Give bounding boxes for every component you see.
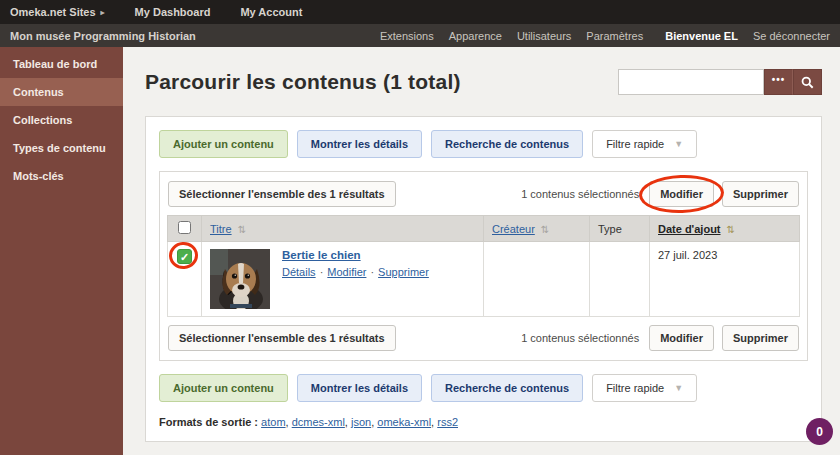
page-title: Parcourir les contenus (1 total) bbox=[145, 70, 461, 94]
sort-icon[interactable]: ⇅ bbox=[541, 224, 549, 235]
nav-utilisateurs[interactable]: Utilisateurs bbox=[517, 30, 571, 42]
welcome-user: Bienvenue EL bbox=[665, 30, 738, 42]
item-details-link[interactable]: Détails bbox=[282, 266, 316, 278]
add-item-button[interactable]: Ajouter un contenu bbox=[159, 374, 288, 402]
notification-badge[interactable]: 0 bbox=[806, 418, 833, 445]
action-buttons-top: Ajouter un contenu Montrer les détails R… bbox=[159, 130, 808, 158]
dot-separator: · bbox=[370, 266, 374, 278]
batch-bar-bottom: Sélectionner l'ensemble des 1 résultats … bbox=[167, 322, 800, 354]
caret-down-icon: ▼ bbox=[674, 139, 683, 149]
batch-delete-button[interactable]: Supprimer bbox=[722, 325, 799, 351]
sidebar-item-contenus[interactable]: Contenus bbox=[0, 78, 123, 106]
show-details-button[interactable]: Montrer les détails bbox=[297, 130, 422, 158]
batch-delete-button[interactable]: Supprimer bbox=[722, 181, 799, 207]
item-delete-link[interactable]: Supprimer bbox=[378, 266, 429, 278]
search-icon bbox=[801, 76, 814, 89]
table-header-row: Titre ⇅ Créateur ⇅ Type Date d bbox=[168, 216, 800, 242]
sort-by-creator[interactable]: Créateur bbox=[492, 223, 535, 235]
quick-filter-dropdown[interactable]: Filtre rapide ▼ bbox=[592, 374, 697, 402]
item-title-link[interactable]: Bertie le chien bbox=[282, 249, 361, 261]
output-formats-label: Formats de sortie : bbox=[159, 416, 258, 428]
batch-edit-button[interactable]: Modifier bbox=[649, 181, 714, 207]
select-all-checkbox[interactable] bbox=[178, 221, 191, 234]
add-item-button[interactable]: Ajouter un contenu bbox=[159, 130, 288, 158]
sidebar-item-types-de-contenu[interactable]: Types de contenu bbox=[0, 134, 123, 162]
select-all-button[interactable]: Sélectionner l'ensemble des 1 résultats bbox=[168, 325, 396, 351]
sort-by-date-added[interactable]: Date d'ajout bbox=[658, 223, 721, 235]
search-input[interactable] bbox=[618, 69, 764, 95]
nav-my-account[interactable]: My Account bbox=[240, 6, 302, 18]
sidebar: Tableau de bord Contenus Collections Typ… bbox=[0, 47, 123, 455]
format-atom-link[interactable]: atom bbox=[261, 416, 285, 428]
item-type-cell bbox=[590, 242, 650, 317]
site-name[interactable]: Mon musée Programming Historian bbox=[10, 30, 196, 42]
search-items-button[interactable]: Recherche de contenus bbox=[431, 374, 583, 402]
column-type-label: Type bbox=[598, 223, 622, 235]
quick-filter-dropdown[interactable]: Filtre rapide ▼ bbox=[592, 130, 697, 158]
nav-apparence[interactable]: Apparence bbox=[449, 30, 502, 42]
item-edit-link[interactable]: Modifier bbox=[327, 266, 366, 278]
dot-separator: · bbox=[320, 266, 324, 278]
nav-parametres[interactable]: Paramètres bbox=[586, 30, 643, 42]
table-row: ✓ bbox=[168, 242, 800, 317]
sidebar-item-collections[interactable]: Collections bbox=[0, 106, 123, 134]
nav-omeka-sites-label: Omeka.net Sites bbox=[10, 6, 96, 18]
item-date-added-cell: 27 juil. 2023 bbox=[650, 242, 800, 317]
sidebar-item-tableau-de-bord[interactable]: Tableau de bord bbox=[0, 50, 123, 78]
batch-edit-button[interactable]: Modifier bbox=[649, 325, 714, 351]
select-all-button[interactable]: Sélectionner l'ensemble des 1 résultats bbox=[168, 181, 396, 207]
nav-omeka-sites[interactable]: Omeka.net Sites ▸ bbox=[10, 6, 105, 18]
format-dcmes-xml-link[interactable]: dcmes-xml bbox=[292, 416, 345, 428]
row-checkbox-checked[interactable]: ✓ bbox=[177, 249, 192, 264]
selected-count-text: 1 contenus sélectionnés bbox=[521, 188, 639, 200]
items-table: Titre ⇅ Créateur ⇅ Type Date d bbox=[167, 215, 800, 317]
item-thumbnail-dog-photo[interactable] bbox=[210, 249, 270, 309]
site-bar: Mon musée Programming Historian Extensio… bbox=[0, 24, 840, 47]
quick-filter-label: Filtre rapide bbox=[606, 138, 664, 150]
format-omeka-xml-link[interactable]: omeka-xml bbox=[377, 416, 431, 428]
results-region: Sélectionner l'ensemble des 1 résultats … bbox=[159, 171, 808, 361]
selected-count-text: 1 contenus sélectionnés bbox=[521, 332, 639, 344]
quick-filter-label: Filtre rapide bbox=[606, 382, 664, 394]
sort-by-title[interactable]: Titre bbox=[210, 223, 232, 235]
caret-down-icon: ▼ bbox=[674, 383, 683, 393]
sort-icon[interactable]: ⇅ bbox=[238, 224, 246, 235]
main-content: Parcourir les contenus (1 total) ••• Ajo… bbox=[123, 47, 840, 455]
nav-extensions[interactable]: Extensions bbox=[380, 30, 434, 42]
search-options-button[interactable]: ••• bbox=[764, 69, 793, 95]
search-items-button[interactable]: Recherche de contenus bbox=[431, 130, 583, 158]
search-submit-button[interactable] bbox=[793, 69, 822, 95]
browse-panel: Ajouter un contenu Montrer les détails R… bbox=[145, 116, 822, 442]
submenu-caret-icon: ▸ bbox=[101, 8, 105, 17]
sort-icon[interactable]: ⇅ bbox=[727, 224, 735, 235]
ellipsis-icon: ••• bbox=[772, 74, 786, 85]
admin-top-bar: Omeka.net Sites ▸ My Dashboard My Accoun… bbox=[0, 0, 840, 24]
nav-my-dashboard[interactable]: My Dashboard bbox=[135, 6, 211, 18]
logout-link[interactable]: Se déconnecter bbox=[753, 30, 830, 42]
sidebar-item-mots-cles[interactable]: Mots-clés bbox=[0, 162, 123, 190]
item-creator-cell bbox=[484, 242, 590, 317]
format-rss2-link[interactable]: rss2 bbox=[437, 416, 458, 428]
format-json-link[interactable]: json bbox=[351, 416, 371, 428]
batch-bar-top: Sélectionner l'ensemble des 1 résultats … bbox=[167, 178, 800, 210]
search-bar: ••• bbox=[618, 69, 822, 95]
output-formats: Formats de sortie : atom, dcmes-xml, jso… bbox=[159, 416, 808, 428]
show-details-button[interactable]: Montrer les détails bbox=[297, 374, 422, 402]
action-buttons-bottom: Ajouter un contenu Montrer les détails R… bbox=[159, 374, 808, 402]
